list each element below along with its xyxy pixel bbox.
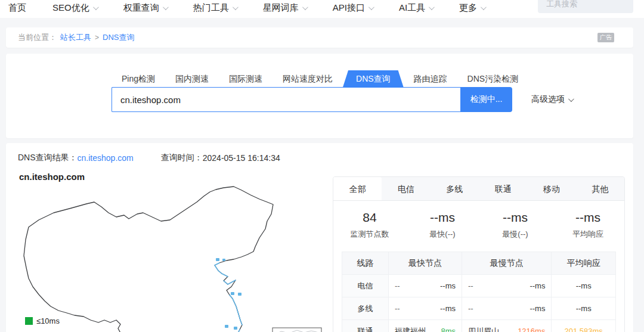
avg-ms: 201.583ms (552, 320, 616, 332)
breadcrumb-link-webmaster-tools[interactable]: 站长工具 (60, 32, 91, 43)
table-row: 电信 ----ms ----ms --ms (342, 275, 616, 297)
table-row: 多线 ----ms ----ms --ms (342, 297, 616, 320)
advanced-options-label: 高级选项 (531, 94, 565, 105)
tab-speed-compare[interactable]: 网站速度对比 (273, 70, 343, 87)
tab-traceroute[interactable]: 路由追踪 (404, 70, 457, 87)
top-nav: 首页 SEO优化 权重查询 热门工具 星网词库 API接口 AI工具 更多 (0, 0, 644, 18)
slow-node: -- (468, 281, 473, 290)
map-legend: ≤10ms (25, 317, 60, 325)
fast-node: -- (395, 304, 400, 313)
domain-input[interactable] (112, 87, 460, 112)
chevron-down-icon (369, 4, 374, 10)
legend-green-swatch (25, 317, 33, 325)
line-tab-telecom[interactable]: 电信 (382, 177, 430, 200)
stat-fastest: --ms 最快(--) (406, 210, 479, 240)
fast-ms: --ms (440, 304, 456, 313)
summary-stats: 84 监测节点数 --ms 最快(--) --ms 最慢(--) --ms 平均… (333, 201, 624, 248)
tool-search-input[interactable] (546, 0, 644, 8)
fast-node: 福建福州 (395, 326, 426, 332)
map-domain-title: cn.iteshop.com (19, 172, 333, 182)
map-column: cn.iteshop.com (18, 170, 333, 332)
nav-label: API接口 (333, 2, 365, 14)
china-map-svg (18, 184, 323, 332)
china-map: ≤10ms (18, 184, 333, 332)
line-table: 线路 最快节点 最慢节点 平均响应 电信 ----ms ----ms --ms … (342, 252, 616, 332)
stat-value: 84 (333, 210, 406, 225)
query-tool-card: Ping检测 国内测速 国际测速 网站速度对比 DNS查询 路由追踪 DNS污染… (6, 54, 633, 138)
slow-ms: 1216ms (518, 327, 545, 332)
result-domain-link[interactable]: cn.iteshop.com (78, 153, 134, 163)
result-label: DNS查询结果： (18, 153, 78, 163)
breadcrumb-link-dns-lookup[interactable]: DNS查询 (103, 32, 134, 43)
nav-item-seo[interactable]: SEO优化 (52, 2, 97, 16)
line-tabs: 全部 电信 多线 联通 移动 其他 (333, 177, 624, 201)
fast-node: -- (395, 281, 400, 290)
line-tab-mobile[interactable]: 移动 (527, 177, 575, 200)
nav-label: 权重查询 (123, 2, 159, 14)
tool-search-box[interactable] (538, 0, 633, 13)
nav-label: SEO优化 (52, 2, 89, 14)
detect-button[interactable]: 检测中... (460, 87, 512, 112)
query-time-label: 查询时间： (161, 153, 203, 163)
breadcrumb: 当前位置： 站长工具 > DNS查询 广告 (6, 27, 633, 48)
fast-ms: 8ms (441, 327, 456, 332)
col-average: 平均响应 (552, 252, 616, 275)
nav-item-more[interactable]: 更多 (459, 2, 485, 16)
line-name: 电信 (342, 275, 389, 297)
nav-label: 星网词库 (263, 2, 299, 14)
stat-value: --ms (406, 210, 479, 225)
fast-ms: --ms (440, 281, 456, 290)
nav-item-lexicon[interactable]: 星网词库 (263, 2, 306, 16)
stat-label: 最慢(--) (479, 229, 552, 240)
nav-label: AI工具 (399, 2, 425, 14)
table-row: 联通 福建福州8ms 四川眉山1216ms 201.583ms (342, 320, 616, 332)
tab-dns-lookup[interactable]: DNS查询 (343, 70, 404, 87)
advanced-options-toggle[interactable]: 高级选项 (531, 94, 572, 105)
result-card: DNS查询结果： cn.iteshop.com 查询时间： 2024-05-15… (6, 143, 633, 332)
line-tab-other[interactable]: 其他 (576, 177, 624, 200)
nav-item-weight[interactable]: 权重查询 (123, 2, 167, 16)
stat-label: 最快(--) (406, 229, 479, 240)
chevron-down-icon (163, 4, 169, 10)
tab-ping[interactable]: Ping检测 (112, 70, 165, 87)
chevron-down-icon (93, 4, 99, 10)
slow-node: -- (468, 304, 473, 313)
stat-label: 监测节点数 (333, 229, 406, 240)
chevron-down-icon (429, 4, 435, 10)
line-name: 联通 (342, 320, 389, 332)
nav-item-hot-tools[interactable]: 热门工具 (193, 2, 237, 16)
nav-item-ai-tools[interactable]: AI工具 (399, 2, 433, 16)
avg-ms: --ms (552, 297, 616, 320)
nav-item-home[interactable]: 首页 (8, 2, 26, 16)
chevron-down-icon (568, 96, 574, 102)
stat-label: 平均响应 (552, 229, 624, 240)
tab-international-speed[interactable]: 国际测速 (219, 70, 273, 87)
avg-ms: --ms (552, 275, 616, 297)
col-line: 线路 (342, 252, 389, 275)
tool-tabs: Ping检测 国内测速 国际测速 网站速度对比 DNS查询 路由追踪 DNS污染… (112, 70, 633, 87)
stat-slowest: --ms 最慢(--) (479, 210, 552, 240)
ad-badge: 广告 (597, 33, 614, 42)
result-header: DNS查询结果： cn.iteshop.com 查询时间： 2024-05-15… (6, 143, 633, 168)
nav-label: 首页 (8, 2, 26, 14)
tab-dns-pollution[interactable]: DNS污染检测 (457, 70, 529, 87)
nav-label: 热门工具 (193, 2, 229, 14)
tab-domestic-speed[interactable]: 国内测速 (165, 70, 219, 87)
line-result-panel: 全部 电信 多线 联通 移动 其他 84 监测节点数 --ms 最快(--) -… (333, 176, 625, 332)
line-name: 多线 (342, 297, 389, 320)
chevron-down-icon (233, 4, 239, 10)
col-fastest-node: 最快节点 (389, 252, 462, 275)
stat-average: --ms 平均响应 (552, 210, 624, 240)
stat-value: --ms (552, 210, 624, 225)
breadcrumb-separator: > (95, 33, 99, 42)
nav-item-api[interactable]: API接口 (333, 2, 373, 16)
col-slowest-node: 最慢节点 (462, 252, 552, 275)
chevron-down-icon (302, 4, 308, 10)
line-tab-multi[interactable]: 多线 (431, 177, 479, 200)
breadcrumb-prefix: 当前位置： (18, 32, 57, 43)
nav-label: 更多 (459, 2, 477, 14)
line-tab-all[interactable]: 全部 (333, 177, 382, 200)
line-tab-unicom[interactable]: 联通 (479, 177, 527, 200)
query-time-value: 2024-05-15 16:14:34 (203, 153, 280, 163)
slow-ms: --ms (530, 304, 545, 313)
